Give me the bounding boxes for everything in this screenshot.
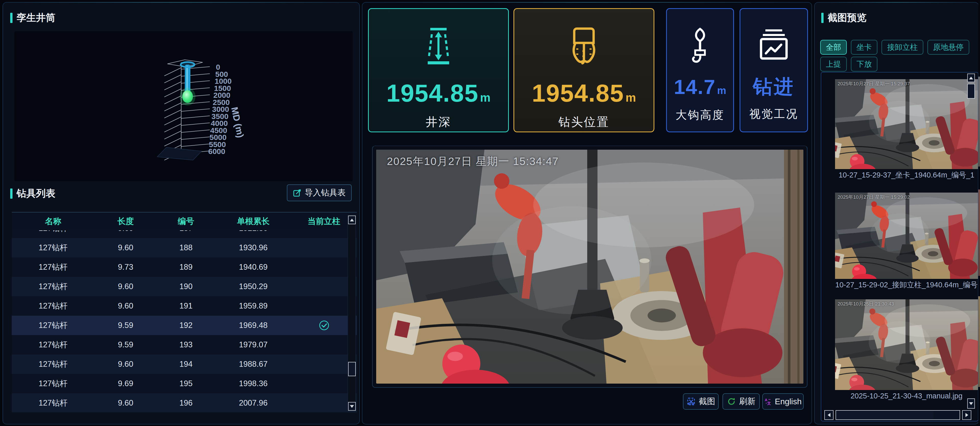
- cell-cumulative: 1988.67: [215, 360, 291, 369]
- gallery-scrollbar-thumb[interactable]: [967, 84, 975, 99]
- table-scrollbar-thumb[interactable]: [348, 362, 356, 376]
- table-scroll-up-button[interactable]: [348, 215, 356, 224]
- table-header-cell: 名称: [12, 216, 94, 227]
- cell-cumulative: 1930.96: [215, 243, 291, 252]
- table-header-cell: 编号: [157, 216, 215, 227]
- cell-number: 191: [157, 302, 215, 311]
- cell-name: 127钻杆: [12, 398, 94, 408]
- tool-list-title: 钻具列表: [10, 187, 56, 200]
- arrow-right-icon: [966, 413, 968, 417]
- screenshot-thumbnail[interactable]: 2025年10月25日 21:30:43 2025-10-25_21-30-43…: [835, 299, 978, 402]
- cell-number: 189: [157, 263, 215, 272]
- preview-panel-title: 截图预览: [821, 11, 866, 24]
- cell-length: 9.60: [94, 230, 156, 233]
- screenshot-button[interactable]: 截图: [683, 393, 719, 410]
- table-row[interactable]: 127钻杆 9.59 192 1969.48: [12, 316, 357, 335]
- gallery-hscrollbar[interactable]: [835, 410, 960, 420]
- drill-bit-icon: [563, 24, 605, 68]
- cell-cumulative: 1998.36: [215, 379, 291, 388]
- visual-condition-card[interactable]: 钻进 视觉工况: [740, 8, 808, 132]
- bit-position-card: 1954.85m 钻头位置: [514, 8, 654, 132]
- preview-title-text: 截图预览: [828, 11, 866, 24]
- cell-cumulative: 1969.48: [215, 321, 291, 330]
- import-table-icon: [293, 188, 302, 197]
- table-scrollbar-track[interactable]: [348, 215, 356, 411]
- rig-floor-scene: [835, 193, 978, 279]
- table-row[interactable]: 127钻杆 9.60 190 1950.29: [12, 277, 357, 296]
- table-row[interactable]: 127钻杆 9.60 191 1959.89: [12, 296, 357, 316]
- cell-length: 9.60: [94, 399, 156, 408]
- depth-axis: 0500100015002000250030003500400045005000…: [164, 63, 232, 160]
- language-button-label: English: [775, 397, 802, 406]
- arrow-down-icon: [350, 405, 354, 408]
- table-row[interactable]: 127钻杆 9.60 196 2007.96: [12, 393, 357, 412]
- well-depth-icon: [418, 24, 459, 68]
- screenshot-thumbnail[interactable]: 2025年10月27日 星期一 15:29:37 10-27_15-29-37_…: [835, 79, 978, 181]
- arrow-up-icon: [969, 77, 973, 80]
- table-row[interactable]: 127钻杆 9.60 187 1921.36: [12, 230, 357, 238]
- hook-height-value: 14.7m: [674, 77, 726, 97]
- filter-chip-row-2: 上提下放: [820, 57, 877, 72]
- rig-floor-scene: [835, 79, 978, 169]
- filter-chip[interactable]: 坐卡: [851, 40, 877, 55]
- bit-position-marker: [182, 90, 193, 103]
- live-video-panel: 2025年10月27日 星期一 15:34:47: [372, 145, 808, 388]
- cell-name: 127钻杆: [12, 230, 94, 234]
- drill-tool-table: 名称长度编号单根累长当前立柱 127钻杆 9.60 187 1921.36 12…: [12, 212, 357, 413]
- screenshot-preview-panel: 截图预览 全部坐卡接卸立柱原地悬停 上提下放 2025年10月27日 星期一 1…: [814, 2, 979, 424]
- twin-wellbore-panel: 孪生井筒 05001000150020002500300035004000450…: [3, 2, 360, 424]
- arrow-up-icon: [350, 219, 354, 222]
- drill-string-graphic: [180, 62, 196, 105]
- cell-number: 188: [157, 243, 215, 252]
- thumbnail-caption: 10-27_15-29-02_接卸立柱_1940.64m_编号: [835, 279, 978, 290]
- condition-value: 钻进: [753, 77, 795, 96]
- table-row[interactable]: 127钻杆 9.69 195 1998.36: [12, 374, 357, 393]
- gallery-scrollbar-track[interactable]: [967, 73, 975, 408]
- wellbore-title-text: 孪生井筒: [17, 11, 56, 24]
- screenshot-button-label: 截图: [699, 396, 715, 407]
- rig-floor-scene: [376, 150, 803, 384]
- cell-cumulative: 1940.69: [215, 263, 291, 272]
- table-row[interactable]: 127钻杆 9.73 189 1940.69: [12, 257, 357, 277]
- cell-number: 193: [157, 340, 215, 349]
- gallery-scroll-up-button[interactable]: [967, 73, 975, 82]
- filter-chip-label: 全部: [826, 42, 841, 53]
- table-row[interactable]: 127钻杆 9.60 194 1988.67: [12, 354, 357, 374]
- gallery-scroll-right-button[interactable]: [962, 410, 971, 420]
- screenshot-thumbnail[interactable]: 2025年10月27日 星期一 15:29:02 10-27_15-29-02_…: [835, 193, 978, 290]
- rig-floor-scene: [835, 299, 978, 390]
- filter-chip-label: 下放: [856, 59, 872, 69]
- thumbnail-image: 2025年10月27日 星期一 15:29:02: [835, 193, 978, 279]
- condition-label: 视觉工况: [749, 107, 798, 121]
- filter-chip[interactable]: 全部: [820, 40, 847, 55]
- table-row[interactable]: 127钻杆 9.60 188 1930.96: [12, 238, 357, 257]
- filter-chip[interactable]: 接卸立柱: [881, 40, 923, 55]
- filter-chip[interactable]: 下放: [851, 57, 877, 72]
- filter-chip-label: 接卸立柱: [887, 42, 918, 53]
- gallery-hscrollbar-thumb[interactable]: [837, 411, 934, 419]
- monitor-chart-icon: [755, 27, 793, 65]
- table-scroll-down-button[interactable]: [348, 402, 356, 411]
- well-depth-value: 1954.85m: [387, 81, 490, 105]
- filter-chip-label: 坐卡: [856, 42, 872, 53]
- cell-number: 187: [157, 230, 215, 233]
- table-header-cell: 长度: [94, 216, 156, 227]
- bit-position-value: 1954.85m: [532, 81, 636, 105]
- gallery-scroll-down-button[interactable]: [967, 399, 975, 408]
- title-accent-bar: [821, 13, 824, 23]
- filter-chip[interactable]: 原地悬停: [928, 40, 969, 55]
- table-row[interactable]: 127钻杆 9.59 193 1979.07: [12, 335, 357, 354]
- cell-name: 127钻杆: [12, 281, 94, 292]
- gallery-scroll-left-button[interactable]: [824, 410, 834, 420]
- refresh-button[interactable]: 刷新: [722, 393, 760, 410]
- cell-cumulative: 1979.07: [215, 340, 291, 349]
- cell-length: 9.59: [94, 340, 156, 349]
- language-toggle-button[interactable]: A 文 English: [762, 393, 803, 410]
- wellbore-3d-view[interactable]: 0500100015002000250030003500400045005000…: [14, 31, 353, 181]
- filter-chip-row-1: 全部坐卡接卸立柱原地悬停: [820, 40, 969, 55]
- arrow-left-icon: [828, 413, 830, 417]
- refresh-icon: [727, 397, 736, 406]
- import-tool-table-button[interactable]: 导入钻具表: [287, 184, 352, 201]
- filter-chip[interactable]: 上提: [820, 57, 847, 72]
- filter-chip-label: 原地悬停: [933, 42, 964, 53]
